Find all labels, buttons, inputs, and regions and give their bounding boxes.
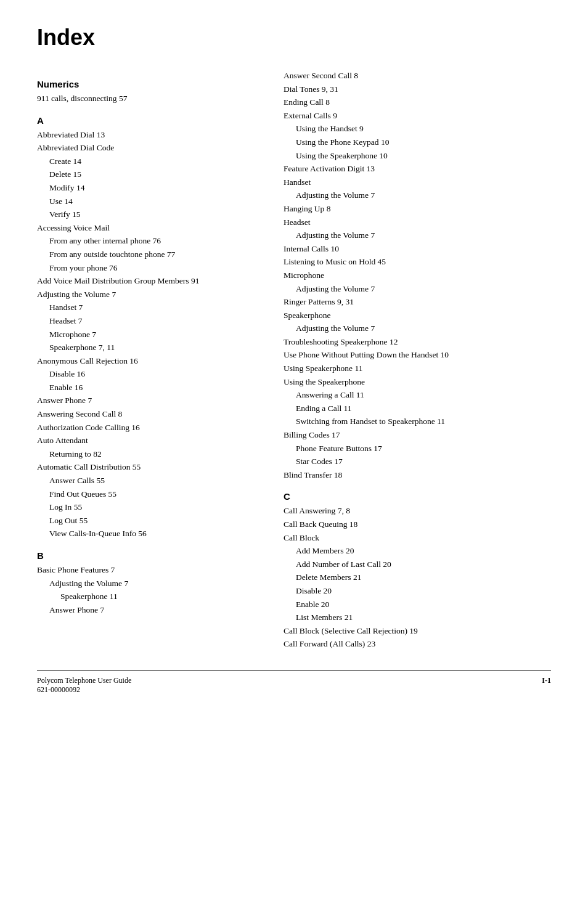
list-item: Modify 14 <box>49 181 265 195</box>
list-item: From your phone 76 <box>49 261 265 275</box>
list-item: Use 14 <box>49 195 265 208</box>
list-item: Call Block <box>284 531 551 545</box>
list-item: Find Out Queues 55 <box>49 487 265 501</box>
list-item: Using the Handset 9 <box>296 122 551 136</box>
list-item: Feature Activation Digit 13 <box>284 162 551 176</box>
section-heading-numerics: Numerics <box>37 79 265 89</box>
list-item: Ending Call 8 <box>284 96 551 109</box>
list-item: Speakerphone <box>284 309 551 322</box>
list-item: Handset 7 <box>49 301 265 314</box>
section-heading-c: C <box>284 491 551 502</box>
list-item: Phone Feature Buttons 17 <box>296 442 551 455</box>
list-item: Delete 15 <box>49 168 265 181</box>
list-item: Enable 16 <box>49 381 265 394</box>
list-item: Call Back Queuing 18 <box>284 518 551 531</box>
list-item: Switching from Handset to Speakerphone 1… <box>296 415 551 428</box>
list-item: Log In 55 <box>49 500 265 514</box>
list-item: Microphone <box>284 269 551 282</box>
list-item: Ringer Patterns 9, 31 <box>284 295 551 309</box>
footer-part-number: 621-00000092 <box>37 685 131 695</box>
list-item: Verify 15 <box>49 208 265 221</box>
footer-company: Polycom Telephone User Guide <box>37 676 131 685</box>
list-item: Using the Speakerphone 10 <box>296 149 551 163</box>
list-item: Dial Tones 9, 31 <box>284 83 551 96</box>
list-item: Using the Phone Keypad 10 <box>296 136 551 149</box>
list-item: Internal Calls 10 <box>284 242 551 256</box>
list-item: Call Forward (All Calls) 23 <box>284 637 551 651</box>
list-item: Authorization Code Calling 16 <box>37 421 265 434</box>
section-heading-b: B <box>37 550 265 561</box>
list-item: Billing Codes 17 <box>284 428 551 442</box>
list-item: Add Voice Mail Distribution Group Member… <box>37 274 265 288</box>
list-item: Abbreviated Dial Code <box>37 141 265 155</box>
list-item: External Calls 9 <box>284 109 551 123</box>
footer: Polycom Telephone User Guide 621-0000009… <box>37 676 551 695</box>
list-item: Accessing Voice Mail <box>37 221 265 235</box>
list-item: Call Block (Selective Call Rejection) 19 <box>284 624 551 638</box>
list-item: Disable 20 <box>296 584 551 598</box>
list-item: Troubleshooting Speakerphone 12 <box>284 335 551 349</box>
list-item: Using Speakerphone 11 <box>284 362 551 375</box>
list-item: Automatic Call Distribution 55 <box>37 460 265 474</box>
list-item: Returning to 82 <box>49 447 265 461</box>
page-title: Index <box>37 25 551 51</box>
left-column: Numerics 911 calls, disconnecting 57 A A… <box>37 69 265 651</box>
list-item: View Calls-In-Queue Info 56 <box>49 527 265 540</box>
list-item: Auto Attendant <box>37 434 265 447</box>
list-item: Adjusting the Volume 7 <box>296 189 551 202</box>
list-item: Use Phone Without Putting Down the Hands… <box>284 348 551 362</box>
list-item: List Members 21 <box>296 611 551 624</box>
list-item: From any outside touchtone phone 77 <box>49 248 265 261</box>
list-item: Call Answering 7, 8 <box>284 504 551 518</box>
list-item: Basic Phone Features 7 <box>37 563 265 577</box>
list-item: Hanging Up 8 <box>284 202 551 216</box>
list-item: Answer Calls 55 <box>49 474 265 487</box>
list-item: Listening to Music on Hold 45 <box>284 255 551 269</box>
list-item: Adjusting the Volume 7 <box>296 322 551 335</box>
list-item: Headset 7 <box>49 314 265 328</box>
list-item: Speakerphone 11 <box>60 590 265 603</box>
list-item: Headset <box>284 216 551 229</box>
list-item: From any other internal phone 76 <box>49 234 265 248</box>
list-item: Anonymous Call Rejection 16 <box>37 354 265 368</box>
list-item: Create 14 <box>49 155 265 168</box>
list-item: Answering a Call 11 <box>296 388 551 402</box>
list-item: Abbreviated Dial 13 <box>37 128 265 142</box>
list-item: Add Number of Last Call 20 <box>296 558 551 571</box>
list-item: Log Out 55 <box>49 514 265 528</box>
list-item: 911 calls, disconnecting 57 <box>37 92 265 105</box>
list-item: Delete Members 21 <box>296 571 551 584</box>
list-item: Disable 16 <box>49 367 265 381</box>
footer-left: Polycom Telephone User Guide 621-0000009… <box>37 676 131 695</box>
list-item: Answering Second Call 8 <box>37 407 265 421</box>
list-item: Answer Phone 7 <box>49 603 265 617</box>
footer-page-number: I-1 <box>542 676 551 695</box>
list-item: Enable 20 <box>296 598 551 611</box>
list-item: Microphone 7 <box>49 328 265 341</box>
list-item: Speakerphone 7, 11 <box>49 341 265 354</box>
list-item: Ending a Call 11 <box>296 402 551 415</box>
right-column: Answer Second Call 8 Dial Tones 9, 31 En… <box>284 69 551 651</box>
list-item: Handset <box>284 176 551 189</box>
list-item: Add Members 20 <box>296 544 551 558</box>
list-item: Blind Transfer 18 <box>284 468 551 482</box>
list-item: Star Codes 17 <box>296 455 551 468</box>
footer-divider <box>37 671 551 671</box>
list-item: Answer Phone 7 <box>37 394 265 407</box>
list-item: Adjusting the Volume 7 <box>296 229 551 242</box>
list-item: Adjusting the Volume 7 <box>296 282 551 296</box>
section-heading-a: A <box>37 115 265 126</box>
list-item: Using the Speakerphone <box>284 375 551 389</box>
list-item: Adjusting the Volume 7 <box>37 288 265 301</box>
list-item: Answer Second Call 8 <box>284 69 551 83</box>
list-item: Adjusting the Volume 7 <box>49 577 265 590</box>
